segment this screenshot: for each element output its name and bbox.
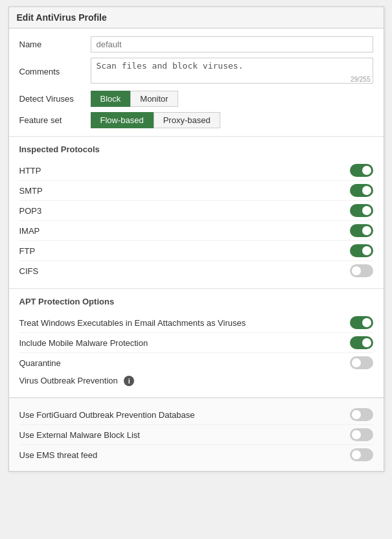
virus-outbreak-item-toggle[interactable] xyxy=(350,428,373,441)
feature-set-label: Feature set xyxy=(19,115,91,125)
protocol-toggle[interactable] xyxy=(350,184,373,197)
virus-outbreak-label: Virus Outbreak Prevention i xyxy=(19,376,373,386)
protocol-toggle[interactable] xyxy=(350,204,373,217)
virus-outbreak-row: Virus Outbreak Prevention i xyxy=(19,373,373,389)
apt-header: APT Protection Options xyxy=(19,297,373,306)
feature-set-proxy-btn[interactable]: Proxy-based xyxy=(154,112,220,128)
inspected-protocols-list: HTTP SMTP POP3 IMAP FTP CIFS xyxy=(19,161,373,281)
protocol-label: FTP xyxy=(19,246,350,256)
protocol-toggle[interactable] xyxy=(350,164,373,177)
comments-row: Comments Scan files and block viruses. 2… xyxy=(19,58,373,86)
protocol-label: POP3 xyxy=(19,206,350,216)
edit-antivirus-profile-panel: Edit AntiVirus Profile Name Comments Sca… xyxy=(8,6,384,472)
virus-outbreak-sub-section: Use FortiGuard Outbreak Prevention Datab… xyxy=(9,398,384,471)
feature-set-row: Feature set Flow-based Proxy-based xyxy=(19,112,373,128)
apt-item-toggle[interactable] xyxy=(350,356,373,369)
feature-set-flow-btn[interactable]: Flow-based xyxy=(91,112,154,128)
name-field-wrapper xyxy=(91,36,373,52)
protocol-row: IMAP xyxy=(19,221,373,241)
apt-item-label: Treat Windows Executables in Email Attac… xyxy=(19,318,350,328)
comments-wrapper: Scan files and block viruses. 29/255 xyxy=(91,58,373,86)
detect-viruses-monitor-btn[interactable]: Monitor xyxy=(130,91,178,107)
virus-outbreak-item-toggle[interactable] xyxy=(350,448,373,461)
inspected-protocols-header: Inspected Protocols xyxy=(19,144,373,154)
name-row: Name xyxy=(19,36,373,52)
inspected-protocols-section: Inspected Protocols HTTP SMTP POP3 IMAP … xyxy=(9,137,384,289)
virus-outbreak-item-label: Use External Malware Block List xyxy=(19,430,350,440)
protocol-row: CIFS xyxy=(19,261,373,281)
apt-list: Treat Windows Executables in Email Attac… xyxy=(19,313,373,373)
protocol-label: SMTP xyxy=(19,186,350,196)
virus-outbreak-info-icon[interactable]: i xyxy=(124,376,134,386)
protocol-label: HTTP xyxy=(19,166,350,176)
protocol-row: HTTP xyxy=(19,161,373,181)
basic-settings-section: Name Comments Scan files and block virus… xyxy=(9,29,384,137)
apt-item-label: Include Mobile Malware Protection xyxy=(19,338,350,348)
apt-item-row: Treat Windows Executables in Email Attac… xyxy=(19,313,373,333)
protocol-row: SMTP xyxy=(19,181,373,201)
feature-set-btn-group: Flow-based Proxy-based xyxy=(91,112,220,128)
protocol-row: FTP xyxy=(19,241,373,261)
apt-item-toggle[interactable] xyxy=(350,336,373,349)
char-count: 29/255 xyxy=(351,76,371,83)
apt-item-row: Quarantine xyxy=(19,353,373,373)
apt-item-label: Quarantine xyxy=(19,358,350,368)
name-input[interactable] xyxy=(91,36,373,52)
name-label: Name xyxy=(19,40,91,49)
virus-outbreak-item-row: Use FortiGuard Outbreak Prevention Datab… xyxy=(19,405,373,425)
protocol-row: POP3 xyxy=(19,201,373,221)
virus-outbreak-item-label: Use FortiGuard Outbreak Prevention Datab… xyxy=(19,410,350,420)
virus-outbreak-list: Use FortiGuard Outbreak Prevention Datab… xyxy=(19,405,373,464)
virus-outbreak-item-toggle[interactable] xyxy=(350,408,373,421)
protocol-toggle[interactable] xyxy=(350,264,373,277)
panel-title: Edit AntiVirus Profile xyxy=(9,7,384,29)
apt-item-toggle[interactable] xyxy=(350,316,373,329)
comments-textarea[interactable]: Scan files and block viruses. xyxy=(91,58,373,84)
protocol-toggle[interactable] xyxy=(350,244,373,257)
detect-viruses-btn-group: Block Monitor xyxy=(91,91,178,107)
apt-item-row: Include Mobile Malware Protection xyxy=(19,333,373,353)
apt-section: APT Protection Options Treat Windows Exe… xyxy=(9,289,384,398)
virus-outbreak-item-row: Use EMS threat feed xyxy=(19,445,373,464)
virus-outbreak-item-row: Use External Malware Block List xyxy=(19,425,373,445)
detect-viruses-block-btn[interactable]: Block xyxy=(91,91,131,107)
detect-viruses-row: Detect Viruses Block Monitor xyxy=(19,91,373,107)
detect-viruses-label: Detect Viruses xyxy=(19,94,91,104)
virus-outbreak-item-label: Use EMS threat feed xyxy=(19,450,350,460)
comments-label: Comments xyxy=(19,67,91,76)
protocol-toggle[interactable] xyxy=(350,224,373,237)
protocol-label: CIFS xyxy=(19,266,350,276)
protocol-label: IMAP xyxy=(19,226,350,236)
